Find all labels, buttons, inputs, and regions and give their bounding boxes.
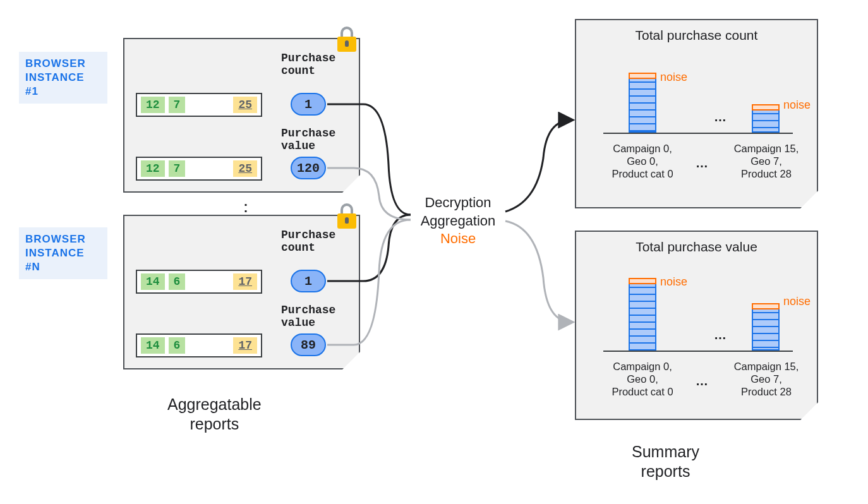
key-chip: 12 bbox=[141, 97, 165, 113]
bucket-label: Campaign 0, Geo 0, Product cat 0 bbox=[601, 361, 684, 398]
metric-label-count: Purchase count bbox=[281, 229, 351, 255]
bucket-label: Campaign 15, Geo 7, Product 28 bbox=[725, 361, 807, 398]
key-row: 12 7 25 bbox=[136, 93, 262, 117]
key-chip: 12 bbox=[141, 160, 165, 177]
bucket-label: Campaign 0, Geo 0, Product cat 0 bbox=[601, 143, 684, 180]
label-aggregation: Aggregation bbox=[411, 212, 505, 231]
browser-tag-line1: BROWSER bbox=[25, 233, 86, 245]
value-pill-value: 120 bbox=[291, 157, 326, 179]
value-pill-value: 89 bbox=[291, 333, 326, 356]
browser-instance-tag-1: BROWSER INSTANCE #1 bbox=[19, 52, 107, 104]
bucket-label: Campaign 15, Geo 7, Product 28 bbox=[725, 143, 807, 180]
noise-label: noise bbox=[783, 295, 811, 308]
metric-label-value: Purchase value bbox=[281, 304, 351, 330]
key-row: 14 6 17 bbox=[136, 270, 262, 294]
key-row: 12 7 25 bbox=[136, 157, 262, 181]
chart-bar bbox=[629, 281, 656, 351]
key-chip: 14 bbox=[141, 273, 165, 290]
label-noise: Noise bbox=[411, 230, 505, 248]
middle-process-labels: Decryption Aggregation Noise bbox=[411, 194, 505, 248]
key-chip: 6 bbox=[169, 337, 186, 354]
horizontal-ellipsis: … bbox=[714, 328, 726, 342]
label-decryption: Decryption bbox=[411, 194, 505, 212]
key-chip: 7 bbox=[169, 97, 186, 113]
value-pill-count: 1 bbox=[291, 93, 326, 116]
lock-icon bbox=[337, 27, 356, 52]
caption-summary-reports: Summary reports bbox=[632, 442, 699, 482]
metric-label-count: Purchase count bbox=[281, 52, 351, 78]
value-pill-count: 1 bbox=[291, 270, 326, 292]
noise-label: noise bbox=[783, 99, 811, 112]
summary-title: Total purchase value bbox=[576, 239, 817, 255]
key-chip: 6 bbox=[169, 273, 186, 290]
horizontal-ellipsis: … bbox=[714, 110, 726, 124]
noise-cap bbox=[629, 73, 656, 79]
key-chip: 7 bbox=[169, 160, 186, 177]
noise-label: noise bbox=[660, 71, 687, 84]
key-chip: 25 bbox=[233, 160, 257, 177]
browser-instance-tag-n: BROWSER INSTANCE #N bbox=[19, 227, 107, 279]
lock-icon bbox=[337, 203, 356, 229]
chart-bar bbox=[752, 107, 780, 133]
metric-label-value: Purchase value bbox=[281, 128, 351, 153]
value: 89 bbox=[301, 338, 316, 352]
key-chip: 17 bbox=[233, 337, 257, 354]
value: 1 bbox=[304, 97, 312, 112]
caption-aggregatable-reports: Aggregatable reports bbox=[167, 395, 262, 435]
noise-cap bbox=[629, 278, 656, 284]
browser-tag-line1: BROWSER bbox=[25, 57, 86, 69]
value: 120 bbox=[297, 161, 320, 176]
value: 1 bbox=[304, 274, 312, 289]
key-chip: 25 bbox=[233, 97, 257, 113]
chart-axis bbox=[603, 133, 793, 134]
chart-bar bbox=[752, 306, 780, 351]
chart-bar bbox=[629, 76, 656, 133]
chart-axis bbox=[603, 351, 793, 352]
browser-tag-line2: INSTANCE #1 bbox=[25, 71, 85, 97]
key-row: 14 6 17 bbox=[136, 333, 262, 357]
horizontal-ellipsis: … bbox=[696, 156, 708, 171]
noise-cap bbox=[752, 104, 780, 111]
key-chip: 14 bbox=[141, 337, 165, 354]
noise-label: noise bbox=[660, 275, 687, 289]
horizontal-ellipsis: … bbox=[696, 374, 708, 388]
browser-tag-line2: INSTANCE #N bbox=[25, 247, 85, 273]
summary-title: Total purchase count bbox=[576, 28, 817, 43]
key-chip: 17 bbox=[233, 273, 257, 290]
noise-cap bbox=[752, 303, 780, 309]
